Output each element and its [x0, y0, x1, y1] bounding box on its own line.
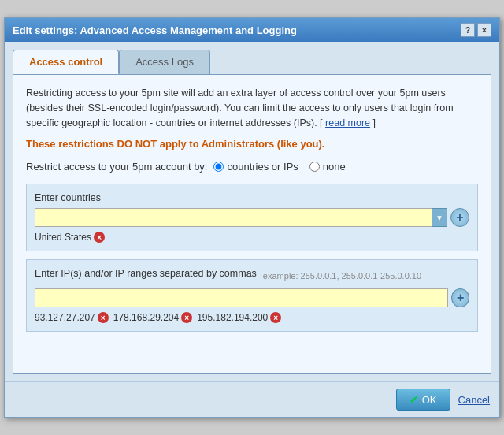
dialog-body: Access control Access Logs Restricting a…	[5, 42, 499, 381]
read-more-link[interactable]: read more	[325, 117, 370, 128]
titlebar-buttons: ? ×	[461, 23, 491, 37]
radio-none-option[interactable]: none	[309, 161, 346, 173]
restrict-label: Restrict access to your 5pm account by:	[26, 161, 207, 173]
radio-countries-ips-input[interactable]	[213, 162, 224, 172]
country-tag-us-label: United States	[35, 232, 91, 243]
ok-button[interactable]: ✔ OK	[396, 389, 450, 411]
info-paragraph: Restricting access to your 5pm site will…	[26, 86, 478, 130]
radio-countries-ips-label: countries or IPs	[227, 161, 298, 173]
country-tag-us: United States ×	[35, 232, 105, 243]
country-select-wrapper: ▼	[35, 208, 447, 227]
tabs-container: Access control Access Logs	[13, 50, 491, 74]
info-text-part2: ]	[373, 117, 376, 128]
country-tags-row: United States ×	[35, 232, 469, 243]
cancel-button[interactable]: Cancel	[458, 394, 490, 406]
country-input[interactable]	[35, 208, 447, 227]
remove-ip-2-button[interactable]: ×	[181, 312, 192, 323]
countries-label: Enter countries	[35, 192, 469, 203]
ok-label: OK	[422, 394, 437, 406]
close-button[interactable]: ×	[477, 23, 491, 37]
dialog-title: Edit settings: Advanced Access Managemen…	[13, 24, 297, 36]
add-ip-button[interactable]: +	[451, 288, 469, 307]
ip-label-row: Enter IP(s) and/or IP ranges separated b…	[35, 268, 469, 284]
countries-section: Enter countries ▼ + United States ×	[26, 184, 478, 251]
ip-section: Enter IP(s) and/or IP ranges separated b…	[26, 259, 478, 332]
ip-input-row: +	[35, 288, 469, 307]
dialog-titlebar: Edit settings: Advanced Access Managemen…	[5, 18, 499, 42]
tab-access-logs[interactable]: Access Logs	[119, 50, 210, 74]
restrict-row: Restrict access to your 5pm account by: …	[26, 161, 478, 173]
help-button[interactable]: ?	[461, 23, 475, 37]
dialog-footer: ✔ OK Cancel	[5, 381, 499, 417]
admin-warning: These restrictions DO NOT apply to Admin…	[26, 138, 478, 150]
ip-tag-3-label: 195.182.194.200	[197, 312, 268, 323]
radio-countries-ips-option[interactable]: countries or IPs	[213, 161, 298, 173]
radio-none-label: none	[323, 161, 346, 173]
ip-example: example: 255.0.0.1, 255.0.0.1-255.0.0.10	[263, 271, 421, 281]
ip-tag-1-label: 93.127.27.207	[35, 312, 95, 323]
country-dropdown-arrow[interactable]: ▼	[432, 208, 447, 227]
radio-none-input[interactable]	[309, 162, 320, 172]
remove-ip-1-button[interactable]: ×	[98, 312, 109, 323]
ip-tag-3: 195.182.194.200 ×	[197, 312, 281, 323]
ip-section-label: Enter IP(s) and/or IP ranges separated b…	[35, 268, 257, 279]
tab-content-access-control: Restricting access to your 5pm site will…	[13, 74, 491, 374]
radio-group: countries or IPs none	[213, 161, 345, 173]
ip-tag-2-label: 178.168.29.204	[113, 312, 179, 323]
remove-country-us-button[interactable]: ×	[94, 232, 105, 243]
info-text-part1: Restricting access to your 5pm site will…	[26, 87, 454, 128]
country-input-row: ▼ +	[35, 208, 469, 227]
add-country-button[interactable]: +	[450, 208, 469, 227]
tab-access-control[interactable]: Access control	[13, 50, 119, 74]
ip-tag-1: 93.127.27.207 ×	[35, 312, 109, 323]
remove-ip-3-button[interactable]: ×	[270, 312, 281, 323]
ip-input[interactable]	[35, 288, 448, 307]
dialog-container: Edit settings: Advanced Access Managemen…	[4, 17, 500, 418]
ip-tag-2: 178.168.29.204 ×	[113, 312, 192, 323]
check-icon: ✔	[410, 393, 419, 406]
ip-tags-row: 93.127.27.207 × 178.168.29.204 × 195.182…	[35, 312, 469, 323]
